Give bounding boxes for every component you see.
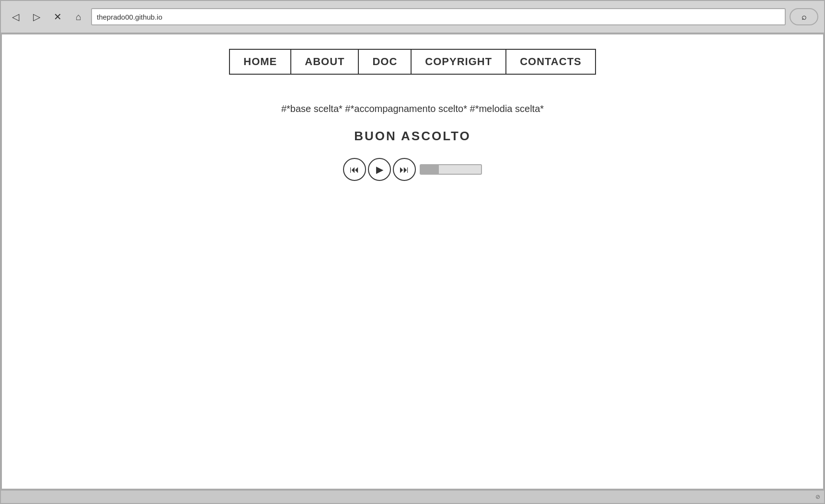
- nav-item-copyright[interactable]: COPYRIGHT: [412, 50, 506, 74]
- search-button[interactable]: ⌕: [790, 8, 818, 25]
- statusbar-icon: ⊘: [815, 493, 820, 500]
- subtitle-text: #*base scelta* #*accompagnamento scelto*…: [281, 103, 544, 114]
- progress-bar[interactable]: [420, 164, 482, 175]
- browser-toolbar: ◁ ▷ ✕ ⌂ ⌕: [1, 1, 824, 34]
- search-icon: ⌕: [802, 12, 807, 22]
- nav-item-doc[interactable]: DOC: [359, 50, 412, 74]
- nav-item-about[interactable]: ABOUT: [291, 50, 359, 74]
- main-title: BUON ASCOLTO: [354, 129, 471, 144]
- rewind-button[interactable]: ⏮: [343, 158, 366, 181]
- address-bar[interactable]: [91, 8, 786, 25]
- play-button[interactable]: ▶: [368, 158, 391, 181]
- home-button[interactable]: ⌂: [70, 8, 87, 25]
- browser-statusbar: ⊘: [1, 490, 824, 503]
- browser-content: HOME ABOUT DOC COPYRIGHT CONTACTS #*base…: [1, 34, 824, 490]
- back-button[interactable]: ◁: [7, 8, 24, 25]
- stop-button[interactable]: ✕: [49, 8, 66, 25]
- forward-button-player[interactable]: ⏭: [393, 158, 416, 181]
- nav-item-contacts[interactable]: CONTACTS: [506, 50, 595, 74]
- player-controls: ⏮ ▶ ⏭: [343, 158, 482, 181]
- forward-icon: ⏭: [400, 164, 409, 175]
- page-content: HOME ABOUT DOC COPYRIGHT CONTACTS #*base…: [2, 34, 823, 489]
- browser-window: ◁ ▷ ✕ ⌂ ⌕ HOME ABOUT DOC COPYRIGHT CONTA…: [0, 0, 825, 504]
- nav-item-home[interactable]: HOME: [230, 50, 291, 74]
- progress-bar-fill: [421, 165, 439, 174]
- rewind-icon: ⏮: [350, 164, 359, 175]
- nav-menu: HOME ABOUT DOC COPYRIGHT CONTACTS: [229, 49, 596, 75]
- forward-button[interactable]: ▷: [28, 8, 45, 25]
- play-icon: ▶: [376, 164, 383, 175]
